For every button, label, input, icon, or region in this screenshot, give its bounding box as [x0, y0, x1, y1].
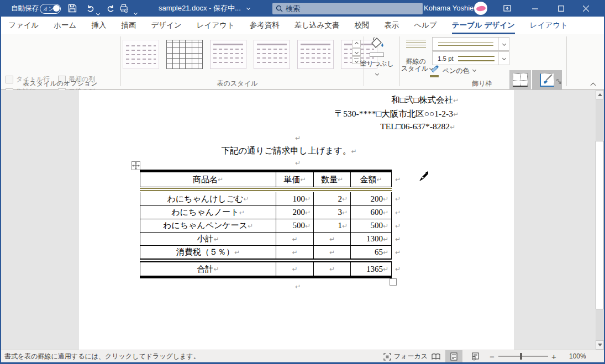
collapse-ribbon-icon[interactable]: [591, 80, 595, 89]
search-input[interactable]: [285, 4, 397, 13]
tab-file[interactable]: ファイル: [8, 17, 39, 34]
tab-layout[interactable]: レイアウト: [197, 17, 235, 34]
table-style-thumbnail[interactable]: [210, 40, 246, 69]
unit-price-cell[interactable]: 100↵: [276, 192, 314, 205]
empty-cell[interactable]: ↵: [276, 262, 314, 276]
close-button[interactable]: [575, 0, 597, 17]
invoice-table[interactable]: 商品名↵ 単価↵ 数量↵ 金額↵ ↵ わにちゃんけしごむ↵ 100↵ 2↵ 20…: [140, 170, 392, 278]
header-cell[interactable]: 単価↵: [276, 172, 314, 187]
empty-cell[interactable]: ↵: [314, 233, 351, 245]
item-cell[interactable]: わにちゃんペンケース↵: [140, 219, 276, 232]
tab-draw[interactable]: 描画: [121, 17, 136, 34]
title-dropdown-icon[interactable]: [246, 6, 250, 10]
user-name[interactable]: Kohama Yoshie: [424, 0, 474, 17]
table-row[interactable]: わにちゃんけしごむ↵ 100↵ 2↵ 200↵ ↵: [140, 192, 392, 205]
avatar[interactable]: [474, 2, 487, 15]
dialog-launcher-icon[interactable]: [556, 78, 563, 88]
print-layout-button[interactable]: [445, 350, 462, 363]
empty-cell[interactable]: ↵: [276, 246, 314, 259]
tab-references[interactable]: 参考資料: [250, 17, 280, 34]
save-icon[interactable]: [67, 3, 77, 15]
border-styles-button[interactable]: 罫線の スタイル: [401, 38, 431, 72]
address-line[interactable]: 〒530-****□大阪市北区○○1-2-3↵: [335, 108, 459, 120]
ribbon-display-options-icon[interactable]: [503, 4, 512, 15]
table-row[interactable]: 消費税（５％）↵ ↵ ↵ 65↵ ↵: [140, 245, 392, 259]
cell-end-mark: ↵: [248, 222, 253, 230]
empty-cell[interactable]: ↵: [314, 262, 351, 276]
minimize-button[interactable]: [524, 0, 546, 17]
unit-price-cell[interactable]: 200↵: [276, 206, 314, 219]
tab-review[interactable]: 校閲: [354, 17, 369, 34]
zoom-slider-thumb[interactable]: [520, 353, 522, 360]
cell-end-mark: ↵: [383, 222, 388, 230]
subtotal-label-cell[interactable]: 小計↵: [140, 233, 276, 245]
tax-label-cell[interactable]: 消費税（５％）↵: [140, 246, 276, 259]
amount-cell[interactable]: 65↵: [351, 246, 391, 259]
line-style-dropdown[interactable]: [432, 37, 509, 51]
header-cell[interactable]: 金額↵: [351, 172, 391, 187]
amount-cell[interactable]: 1300↵: [351, 233, 391, 245]
autosave-toggle[interactable]: オン: [40, 4, 61, 14]
web-layout-button[interactable]: [467, 350, 483, 363]
unit-price-cell[interactable]: 500↵: [276, 219, 314, 232]
table-row[interactable]: わにちゃんペンケース↵ 500↵ 1↵ 500↵ ↵: [140, 219, 392, 232]
table-header-row[interactable]: 商品名↵ 単価↵ 数量↵ 金額↵ ↵: [140, 172, 392, 187]
amount-cell[interactable]: 500↵: [351, 219, 391, 232]
quantity-cell[interactable]: 2↵: [314, 192, 351, 205]
scroll-down-button[interactable]: [596, 340, 604, 350]
empty-cell[interactable]: ↵: [314, 246, 351, 259]
zoom-out-button[interactable]: −: [490, 350, 494, 363]
maximize-button[interactable]: [550, 0, 572, 17]
toggle-knob: [53, 5, 60, 12]
tab-table-design[interactable]: テーブル デザイン: [452, 17, 515, 34]
amount-cell[interactable]: 200↵: [351, 192, 391, 205]
quantity-cell[interactable]: 3↵: [314, 206, 351, 219]
redo-icon[interactable]: [106, 4, 115, 15]
zoom-slider-track[interactable]: [498, 356, 548, 357]
table-style-thumbnail[interactable]: [254, 40, 290, 69]
pen-color-button[interactable]: ペンの色: [430, 65, 476, 77]
line-weight-dropdown[interactable]: 1.5 pt: [432, 51, 509, 65]
empty-cell[interactable]: ↵: [276, 233, 314, 245]
table-style-thumbnail[interactable]: [123, 40, 159, 69]
quick-access-more-icon[interactable]: [134, 7, 137, 17]
table-row[interactable]: 小計↵ ↵ ↵ 1300↵ ↵: [140, 232, 392, 245]
table-style-thumbnail[interactable]: [297, 40, 334, 69]
scroll-up-button[interactable]: [596, 90, 604, 99]
print-icon[interactable]: [119, 3, 129, 15]
table-move-handle[interactable]: [131, 161, 140, 170]
tab-home[interactable]: ホーム: [54, 17, 76, 34]
zoom-in-button[interactable]: +: [551, 350, 556, 363]
tel-line[interactable]: TEL□06-637*-8282↵: [380, 122, 455, 131]
amount-cell[interactable]: 600↵: [351, 206, 391, 219]
undo-icon[interactable]: [86, 4, 95, 15]
tab-view[interactable]: 表示: [384, 17, 399, 34]
zoom-level[interactable]: 100%: [569, 350, 586, 363]
greeting-line[interactable]: 下記の通りご請求申し上げます。↵: [79, 145, 499, 157]
read-mode-button[interactable]: [428, 350, 444, 363]
header-cell[interactable]: 数量↵: [314, 172, 351, 187]
header-cell[interactable]: 商品名↵: [140, 172, 276, 187]
undo-dropdown-icon[interactable]: [97, 7, 99, 17]
shading-button[interactable]: 塗りつぶし: [358, 36, 396, 77]
ribbon-tab-row: ファイル ホーム 挿入 描画 デザイン レイアウト 参考資料 差し込み文書 校閲…: [0, 17, 605, 34]
focus-button[interactable]: フォーカス: [383, 350, 428, 363]
table-row[interactable]: わにちゃんノート↵ 200↵ 3↵ 600↵ ↵: [140, 205, 392, 219]
amount-cell[interactable]: 1365↵: [351, 262, 391, 276]
total-label-cell[interactable]: 合計↵: [140, 262, 276, 276]
scrollbar-thumb[interactable]: [596, 141, 604, 309]
vertical-scrollbar[interactable]: [596, 90, 604, 350]
tab-insert[interactable]: 挿入: [91, 17, 106, 34]
quantity-cell[interactable]: 1↵: [314, 219, 351, 232]
table-resize-handle[interactable]: [390, 278, 397, 286]
item-cell[interactable]: わにちゃんノート↵: [140, 206, 276, 219]
tab-mailings[interactable]: 差し込み文書: [294, 17, 340, 34]
tab-table-layout[interactable]: レイアウト: [530, 17, 568, 34]
item-cell[interactable]: わにちゃんけしごむ↵: [140, 192, 276, 205]
company-line[interactable]: 和□弐□株式会社↵: [391, 94, 459, 106]
table-total-row[interactable]: 合計↵ ↵ ↵ 1365↵ ↵: [140, 262, 392, 276]
tab-help[interactable]: ヘルプ: [414, 17, 436, 34]
search-box[interactable]: [272, 3, 423, 14]
table-style-thumbnail[interactable]: [166, 40, 203, 69]
tab-design[interactable]: デザイン: [151, 17, 181, 34]
